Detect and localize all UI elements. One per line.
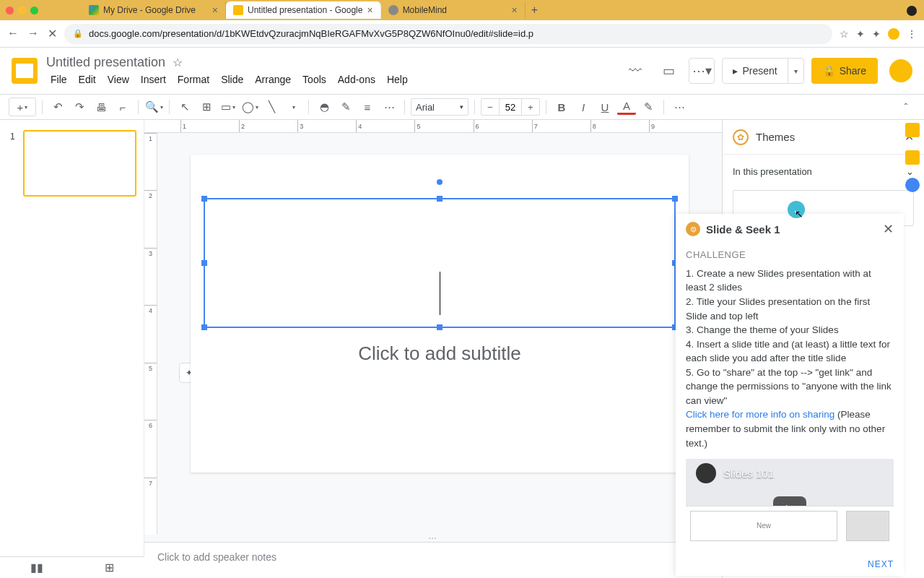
- forward-button[interactable]: →: [27, 27, 39, 40]
- browser-tab-slides[interactable]: Untitled presentation - Google ×: [226, 1, 381, 19]
- font-size-input[interactable]: [499, 99, 522, 115]
- more-tools-button[interactable]: ⋯: [670, 98, 689, 116]
- present-dropdown[interactable]: ▾: [788, 59, 803, 83]
- tab-close-icon[interactable]: ×: [511, 4, 517, 16]
- browser-tab-drive[interactable]: My Drive - Google Drive ×: [82, 1, 226, 19]
- reload-button[interactable]: ✕: [48, 27, 57, 40]
- activity-icon[interactable]: 〰: [622, 58, 648, 84]
- resize-handle[interactable]: [201, 324, 207, 330]
- line-tool[interactable]: ╲: [262, 98, 281, 116]
- line-drop-tool[interactable]: [284, 98, 302, 116]
- underline-button[interactable]: U: [596, 98, 614, 116]
- next-button[interactable]: NEXT: [868, 559, 894, 569]
- window-controls[interactable]: [6, 7, 38, 14]
- slide-number: 1: [10, 131, 15, 142]
- image-tool[interactable]: ▭: [219, 98, 237, 116]
- text-color-button[interactable]: A: [617, 99, 636, 115]
- paint-format-button[interactable]: ⌐: [113, 98, 132, 116]
- title-text-box[interactable]: [204, 198, 676, 328]
- font-size-decrease[interactable]: −: [481, 98, 499, 116]
- star-button[interactable]: ☆: [173, 56, 183, 69]
- vertical-ruler[interactable]: 1234567: [144, 133, 157, 535]
- challenge-step: 3. Change the theme of your Slides: [686, 323, 894, 337]
- seek-body[interactable]: CHALLENGE 1. Create a new Slides present…: [676, 244, 904, 551]
- resize-handle[interactable]: [437, 324, 443, 330]
- redo-button[interactable]: ↷: [70, 98, 89, 116]
- highlight-button[interactable]: ✎: [639, 98, 658, 116]
- menu-arrange[interactable]: Arrange: [250, 72, 295, 87]
- themes-scope-dropdown[interactable]: In this presentation ⌄: [733, 163, 914, 180]
- dropdown-box-icon[interactable]: ⋯▾: [689, 58, 715, 84]
- account-avatar[interactable]: [889, 59, 912, 82]
- extensions-puzzle-icon[interactable]: ✦: [872, 28, 881, 40]
- slide-thumbnail-1[interactable]: 1: [23, 130, 136, 197]
- resize-handle[interactable]: [672, 196, 678, 202]
- menu-view[interactable]: View: [103, 72, 134, 87]
- tasks-companion-icon[interactable]: [905, 178, 920, 192]
- tab-close-icon[interactable]: ×: [367, 4, 372, 16]
- canvas-area[interactable]: ✦ Click to add subtitle: [157, 133, 722, 535]
- notes-resize-handle[interactable]: [144, 535, 722, 542]
- slides-logo-icon[interactable]: [12, 58, 38, 84]
- select-tool[interactable]: ↖: [175, 98, 194, 116]
- share-button[interactable]: 🔒 Share: [811, 58, 878, 84]
- undo-button[interactable]: ↶: [48, 98, 67, 116]
- menu-format[interactable]: Format: [173, 72, 214, 87]
- tab-close-icon[interactable]: ×: [212, 4, 218, 16]
- resize-handle[interactable]: [201, 196, 207, 202]
- italic-button[interactable]: I: [574, 98, 593, 116]
- shape-tool[interactable]: ◯: [240, 98, 259, 116]
- border-weight-button[interactable]: ≡: [358, 98, 377, 116]
- horizontal-ruler[interactable]: 123456789: [144, 120, 722, 133]
- seek-close-button[interactable]: ✕: [883, 221, 894, 237]
- bookmark-star-icon[interactable]: ☆: [840, 28, 849, 40]
- challenge-step: 4. Insert a slide title and (at least) a…: [686, 337, 894, 366]
- omnibox[interactable]: 🔒 docs.google.com/presentation/d/1bKWEtd…: [64, 24, 832, 44]
- border-dash-button[interactable]: ⋯: [380, 98, 398, 116]
- sharing-info-link[interactable]: Click here for more info on sharing: [686, 409, 834, 420]
- print-button[interactable]: 🖶: [92, 98, 110, 116]
- window-minimize-icon[interactable]: [18, 7, 26, 14]
- resize-handle[interactable]: [201, 260, 207, 266]
- subtitle-placeholder[interactable]: Click to add subtitle: [204, 342, 676, 365]
- menu-help[interactable]: Help: [383, 72, 412, 87]
- menu-addons[interactable]: Add-ons: [334, 72, 380, 87]
- fill-color-button[interactable]: ◓: [315, 98, 334, 116]
- menu-file[interactable]: File: [46, 72, 71, 87]
- calendar-companion-icon[interactable]: [905, 123, 920, 137]
- present-button[interactable]: ▸ Present: [723, 65, 787, 77]
- new-tab-button[interactable]: +: [526, 4, 544, 17]
- menu-edit[interactable]: Edit: [74, 72, 100, 87]
- filmstrip[interactable]: 1: [0, 120, 144, 578]
- browser-tab-mobilemind[interactable]: MobileMind ×: [381, 1, 526, 19]
- slides-favicon-icon: [233, 5, 243, 15]
- speaker-notes[interactable]: Click to add speaker notes: [144, 542, 722, 578]
- extension-icon[interactable]: [907, 6, 917, 16]
- back-button[interactable]: ←: [7, 27, 19, 40]
- keep-companion-icon[interactable]: [905, 150, 920, 165]
- textbox-tool[interactable]: ⊞: [197, 98, 216, 116]
- extension1-icon[interactable]: ✦: [856, 28, 865, 40]
- menu-tools[interactable]: Tools: [298, 72, 331, 87]
- new-slide-button[interactable]: +: [9, 98, 36, 116]
- resize-handle[interactable]: [437, 196, 443, 202]
- bold-button[interactable]: B: [552, 98, 571, 116]
- menu-insert[interactable]: Insert: [136, 72, 170, 87]
- window-close-icon[interactable]: [6, 7, 14, 14]
- font-size-increase[interactable]: +: [522, 98, 539, 116]
- grid-view-button[interactable]: ⊞: [105, 561, 114, 574]
- window-maximize-icon[interactable]: [30, 7, 38, 14]
- chrome-menu-icon[interactable]: ⋮: [907, 28, 917, 40]
- slide-canvas[interactable]: Click to add subtitle: [191, 155, 689, 473]
- collapse-toolbar-button[interactable]: ˆ: [897, 98, 915, 116]
- filmstrip-view-button[interactable]: ▮▮: [30, 561, 43, 574]
- comments-icon[interactable]: ▭: [655, 58, 681, 84]
- seek-video-embed[interactable]: Slides 101 ▶ New: [686, 459, 894, 545]
- document-title[interactable]: Untitled presentation: [46, 55, 165, 70]
- menu-slide[interactable]: Slide: [217, 72, 248, 87]
- rotate-handle[interactable]: [437, 179, 443, 185]
- border-color-button[interactable]: ✎: [336, 98, 355, 116]
- profile-icon[interactable]: [888, 28, 899, 40]
- font-family-select[interactable]: Arial▾: [411, 98, 468, 116]
- zoom-button[interactable]: 🔍: [144, 98, 163, 116]
